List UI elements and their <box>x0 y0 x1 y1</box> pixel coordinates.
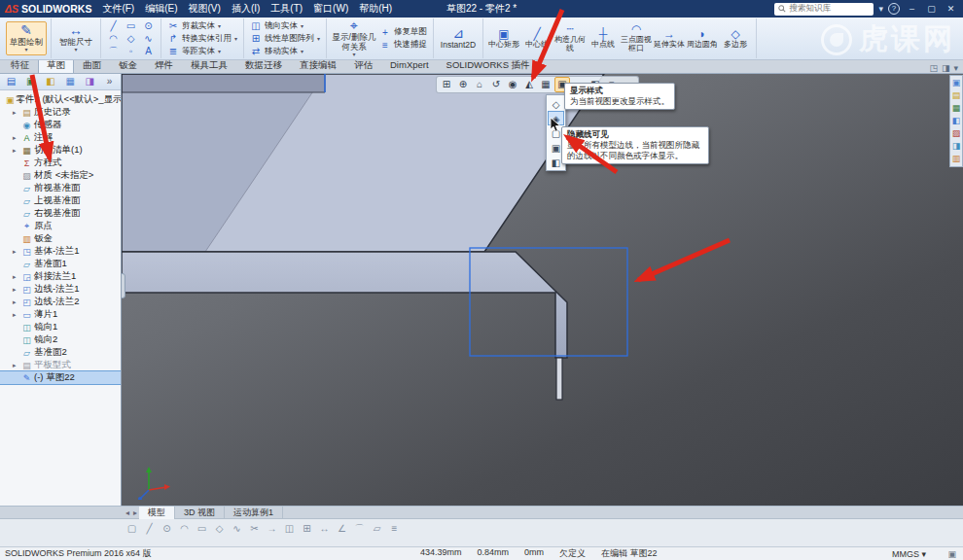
expand-arrow-icon[interactable]: ▸ <box>13 248 19 256</box>
sketch-tool-icon[interactable]: ≡ <box>387 522 402 536</box>
right-strip-icon[interactable]: ◧ <box>952 116 961 126</box>
tabrow-option-icon[interactable]: ▾ <box>953 63 958 73</box>
status-grid-icon[interactable]: ▣ <box>947 549 956 559</box>
sketch-entity-icon[interactable]: ∿ <box>140 32 157 45</box>
units-selector[interactable]: MMGS ▾ <box>892 549 926 559</box>
tree-item[interactable]: ▸ ◲ 斜接法兰1 <box>0 270 121 283</box>
sketch-entity-icon[interactable]: ◇ <box>123 32 139 45</box>
tree-item[interactable]: ▱ 上视基准面 <box>0 194 121 207</box>
tree-item[interactable]: ▸ ◳ 基体-法兰1 <box>0 245 121 258</box>
tree-item[interactable]: ▱ 基准面1 <box>0 258 121 270</box>
sketch-tool-icon[interactable]: ⊞ <box>300 522 314 536</box>
ribbon-edit-item[interactable]: ↱ 转换实体引用 ▾ <box>165 33 239 45</box>
right-strip-icon[interactable]: ▨ <box>952 128 961 139</box>
ribbon-pattern-item[interactable]: ⊞ 线性草图阵列 ▾ <box>248 33 322 45</box>
sketch-tool-icon[interactable]: ✂ <box>247 522 262 536</box>
model-tab[interactable]: 模型 <box>139 507 175 519</box>
right-strip-icon[interactable]: ▦ <box>952 103 961 114</box>
tree-item[interactable]: ◫ 镜向1 <box>0 321 121 333</box>
sketch-entity-icon[interactable]: ▭ <box>123 19 139 32</box>
tab-scroll-left-icon[interactable]: ◂ <box>124 508 131 517</box>
model-tab[interactable]: 运动算例1 <box>225 507 283 519</box>
menu-item[interactable]: 文件(F) <box>97 1 139 17</box>
tree-item[interactable]: ▨ 材质 <未指定> <box>0 169 121 182</box>
sketch-tool-icon[interactable]: ⊙ <box>160 522 174 536</box>
panel-tab-icon[interactable]: ▦ <box>63 74 78 89</box>
sketch-tool-icon[interactable]: ↔ <box>317 522 332 536</box>
maximize-button[interactable]: ▢ <box>924 4 939 14</box>
heads-up-icon[interactable]: ◭ <box>521 77 537 92</box>
tree-item[interactable]: ▸ ◰ 边线-法兰1 <box>0 283 121 296</box>
ribbon-tool-item[interactable]: + 修复草图 <box>377 26 429 38</box>
ribbon-edit-item[interactable]: ≣ 等距实体 ▾ <box>165 46 239 57</box>
right-strip-icon[interactable]: ▣ <box>952 78 961 88</box>
expand-arrow-icon[interactable]: ▸ <box>13 147 19 155</box>
sketch-entity-icon[interactable]: ⊙ <box>140 19 157 32</box>
tree-item[interactable]: ▱ 基准面2 <box>0 346 121 359</box>
menu-item[interactable]: 窗口(W) <box>308 1 353 17</box>
sketch-tool-icon[interactable]: ▱ <box>370 522 384 536</box>
tree-item[interactable]: ⌖ 原点 <box>0 220 121 232</box>
sheet-metal-part[interactable] <box>122 74 963 506</box>
tree-item[interactable]: Σ 方程式 <box>0 157 121 169</box>
tree-item[interactable]: ◉ 传感器 <box>0 119 121 131</box>
tabrow-option-icon[interactable]: ◨ <box>942 63 950 73</box>
tabrow-option-icon[interactable]: ◳ <box>929 63 938 73</box>
ribbon-vbutton[interactable]: → 延伸实体 <box>653 18 686 58</box>
menu-item[interactable]: 编辑(E) <box>140 1 182 17</box>
heads-up-icon[interactable]: ⊞ <box>439 77 454 92</box>
ribbon-vbutton[interactable]: ┼ 中点线 <box>587 18 620 58</box>
sketch-tool-icon[interactable]: ▢ <box>125 522 139 536</box>
tree-item[interactable]: ▸ ▦ 切割清单(1) <box>0 144 121 157</box>
right-strip-icon[interactable]: ◨ <box>952 141 961 152</box>
sketch-tool-icon[interactable]: ◇ <box>212 522 227 536</box>
tree-item[interactable]: ▸ ▭ 薄片1 <box>0 308 121 321</box>
right-strip-icon[interactable]: ▥ <box>952 154 961 164</box>
expand-arrow-icon[interactable]: ▸ <box>13 298 19 306</box>
panel-tab-icon[interactable]: ▤ <box>4 74 18 89</box>
sketch-entity-icon[interactable]: ⌒ <box>105 45 122 57</box>
right-strip-icon[interactable]: ▤ <box>952 90 961 101</box>
expand-arrow-icon[interactable]: ▸ <box>13 286 19 294</box>
ribbon-vbutton[interactable]: ◗ 周边圆角 <box>686 18 719 58</box>
sketch-tool-icon[interactable]: ╱ <box>142 522 157 536</box>
sketch-tool-icon[interactable]: ∿ <box>230 522 244 536</box>
search-input[interactable]: 搜索知识库 <box>774 3 874 16</box>
sketch-tool-icon[interactable]: ▭ <box>195 522 209 536</box>
menu-item[interactable]: 帮助(H) <box>354 1 397 17</box>
sketch-entity-icon[interactable]: ◦ <box>123 45 139 57</box>
panel-tab-icon[interactable]: ▣ <box>23 74 38 89</box>
ribbon-tool-item[interactable]: ≡ 快速捕捉 <box>377 39 429 51</box>
sketch-button[interactable]: ✎ 草图绘制 ▾ <box>6 21 47 55</box>
menu-item[interactable]: 视图(V) <box>184 1 226 17</box>
panel-tab-icon[interactable]: ◨ <box>83 74 97 89</box>
sketch-entity-icon[interactable]: ◠ <box>105 32 122 45</box>
sketch-tool-icon[interactable]: ∠ <box>335 522 349 536</box>
sketch-entity-icon[interactable]: A <box>140 45 157 57</box>
sketch-entity-icon[interactable]: ╱ <box>105 19 122 32</box>
ribbon-vbutton[interactable]: ┄ 构造几何线 <box>553 18 587 58</box>
ribbon-vbutton[interactable]: ◇ 多边形 <box>719 18 752 58</box>
heads-up-icon[interactable]: ◉ <box>505 77 520 92</box>
expand-arrow-icon[interactable]: ▸ <box>13 362 19 369</box>
tree-item[interactable]: ▸ ▤ 平板型式 <box>0 359 121 371</box>
expand-arrow-icon[interactable]: ▸ <box>13 311 19 319</box>
tree-item[interactable]: ▣ 零件2 (默认<<默认>_显示状态 1>) <box>0 93 121 106</box>
ribbon-pattern-item[interactable]: ⇄ 移动实体 ▾ <box>248 46 322 57</box>
sketch-tool-icon[interactable]: → <box>265 522 279 536</box>
ribbon-edit-item[interactable]: ✂ 剪裁实体 ▾ <box>165 20 239 32</box>
menu-item[interactable]: 工具(T) <box>266 1 307 17</box>
model-tab[interactable]: 3D 视图 <box>175 507 225 519</box>
ribbon-pattern-item[interactable]: ◫ 镜向实体 ▾ <box>248 20 322 32</box>
panel-splitter-handle[interactable] <box>122 273 125 298</box>
ribbon-vbutton[interactable]: ▣ 中心矩形 <box>487 18 520 58</box>
close-button[interactable]: ✕ <box>944 4 958 14</box>
ribbon-vbutton[interactable]: ◠ 三点圆视框口 <box>620 18 653 58</box>
ribbon-vbutton[interactable]: ╱ 中心线 <box>520 18 553 58</box>
panel-tab-icon[interactable]: » <box>102 74 117 89</box>
minimize-button[interactable]: – <box>905 4 919 14</box>
tree-item[interactable]: ▱ 右视基准面 <box>0 207 121 220</box>
part-top-strip[interactable] <box>122 74 325 92</box>
tab-scroll-right-icon[interactable]: ▸ <box>131 508 139 517</box>
expand-arrow-icon[interactable]: ▸ <box>13 109 19 117</box>
